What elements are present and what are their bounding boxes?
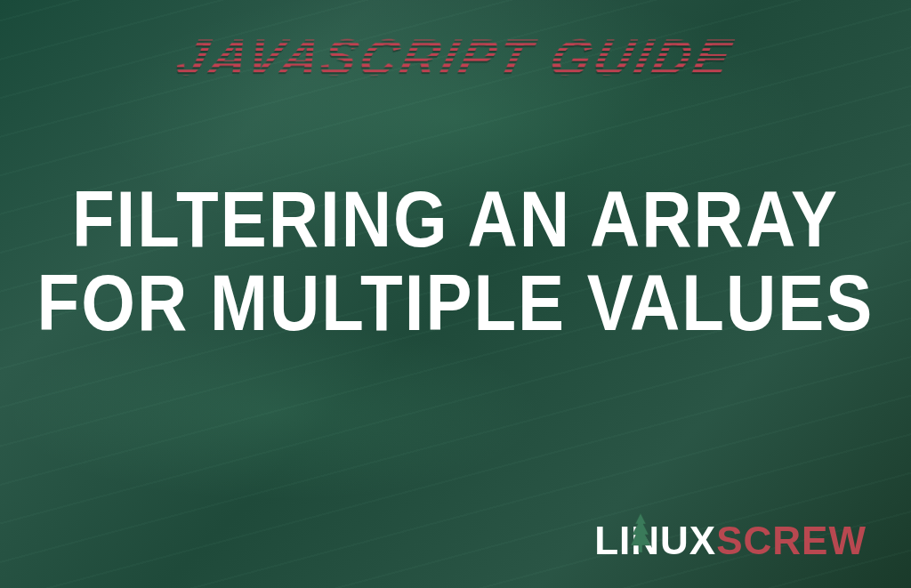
article-title: FILTERING AN ARRAY FOR MULTIPLE VALUES xyxy=(33,178,878,345)
category-subtitle: JAVASCRIPT GUIDE xyxy=(171,27,741,86)
site-logo: LINUXSCREW xyxy=(594,519,867,563)
logo-word-2: SCREW xyxy=(716,519,867,563)
tree-icon xyxy=(628,511,653,558)
logo-word-1: LINUX xyxy=(594,519,716,563)
banner-container: JAVASCRIPT GUIDE FILTERING AN ARRAY FOR … xyxy=(0,0,911,588)
